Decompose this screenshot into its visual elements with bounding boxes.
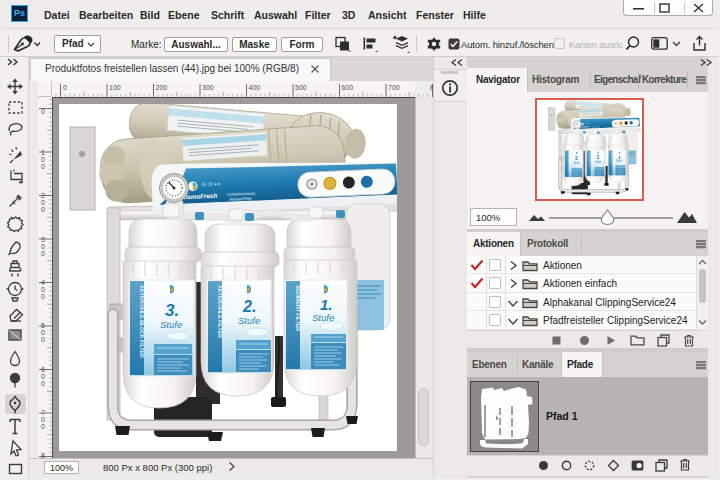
svg-text:0: 0 — [41, 206, 45, 213]
svg-text:0: 0 — [41, 416, 45, 423]
svg-text:0: 0 — [41, 329, 45, 336]
svg-text:200: 200 — [156, 84, 168, 91]
svg-text:500: 500 — [295, 84, 307, 91]
svg-text:0: 0 — [41, 293, 45, 300]
svg-text:6: 6 — [41, 366, 45, 373]
svg-text:5: 5 — [41, 322, 45, 329]
svg-text:600: 600 — [342, 84, 354, 91]
svg-text:0: 0 — [41, 156, 45, 163]
svg-text:0: 0 — [41, 243, 45, 250]
svg-text:0: 0 — [41, 250, 45, 257]
svg-text:0: 0 — [41, 423, 45, 430]
svg-text:2: 2 — [41, 192, 45, 199]
svg-text:0: 0 — [41, 286, 45, 293]
svg-text:0: 0 — [41, 199, 45, 206]
svg-text:0: 0 — [41, 336, 45, 343]
svg-text:4: 4 — [41, 279, 45, 286]
svg-text:700: 700 — [388, 84, 400, 91]
svg-text:3: 3 — [41, 236, 45, 243]
svg-text:100: 100 — [109, 84, 121, 91]
svg-text:300: 300 — [202, 84, 214, 91]
svg-text:1: 1 — [41, 149, 45, 156]
svg-text:0: 0 — [41, 163, 45, 170]
svg-text:0: 0 — [41, 373, 45, 380]
svg-text:0: 0 — [63, 84, 67, 91]
svg-text:400: 400 — [249, 84, 261, 91]
svg-text:0: 0 — [41, 380, 45, 387]
svg-text:7: 7 — [41, 409, 45, 416]
svg-text:0: 0 — [41, 108, 45, 115]
